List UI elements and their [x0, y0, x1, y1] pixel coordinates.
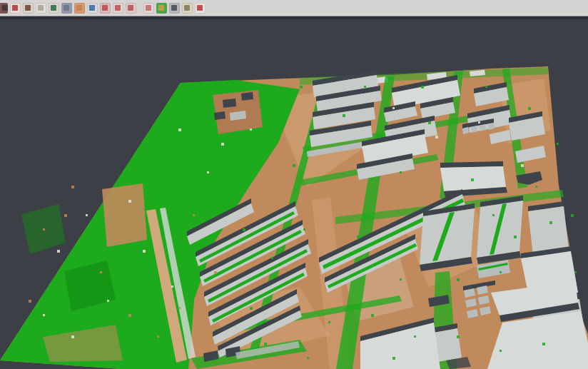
orange-speckle — [43, 228, 45, 231]
cross-section-icon[interactable] — [61, 3, 72, 14]
profile-layers-icon[interactable] — [100, 3, 111, 14]
legend-flag-icon[interactable] — [195, 3, 206, 14]
green-speckle — [303, 228, 305, 231]
green-speckle — [450, 150, 452, 152]
green-speckle — [271, 257, 273, 259]
green-speckle — [528, 107, 531, 110]
white-speckle — [435, 136, 438, 138]
green-speckle — [400, 171, 402, 173]
orange-speckle — [64, 214, 67, 217]
wh-roof — [420, 208, 475, 265]
pan-arrows-icon-glyph — [12, 5, 18, 11]
white-speckle — [250, 128, 252, 131]
green-speckle — [328, 321, 330, 323]
small-dark-roof — [223, 98, 236, 108]
green-speckle — [557, 143, 559, 145]
select-grid-icon-glyph — [146, 5, 151, 11]
white-speckle — [221, 143, 224, 146]
terrain-brown-icon[interactable] — [23, 3, 34, 14]
crop-clip-icon[interactable] — [126, 3, 136, 14]
green-speckle — [293, 164, 295, 167]
pan-arrows-icon[interactable] — [10, 3, 21, 14]
green-speckle — [343, 114, 345, 117]
terrain-brown-icon-glyph — [25, 5, 31, 11]
green-speckle — [214, 200, 216, 202]
point-cloud-icon-glyph — [38, 5, 44, 11]
white-speckle — [478, 121, 480, 123]
white-speckle — [171, 285, 173, 288]
orange-speckle — [157, 335, 159, 338]
green-speckle — [300, 86, 303, 89]
open-clipped-icon-glyph — [2, 5, 8, 11]
green-speckle — [307, 357, 309, 359]
small-dark-roof — [241, 92, 253, 101]
ortho-ground-icon[interactable] — [74, 3, 85, 14]
white-speckle — [107, 300, 109, 302]
point-cloud-icon[interactable] — [36, 3, 46, 14]
green-speckle — [542, 343, 545, 345]
green-speckle — [492, 214, 495, 216]
green-speckle — [457, 335, 460, 338]
select-grid-icon[interactable] — [143, 3, 154, 14]
white-speckle — [207, 171, 209, 173]
classification-colors-icon-glyph — [158, 5, 164, 11]
orange-speckle — [100, 271, 102, 273]
white-speckle — [43, 314, 45, 316]
green-speckle — [264, 343, 267, 345]
green-speckle — [500, 271, 502, 273]
green-speckle — [250, 307, 253, 310]
orange-speckle — [214, 271, 217, 274]
legend-flag-icon-glyph — [197, 5, 203, 11]
point-cloud-scene — [0, 19, 588, 369]
green-speckle — [371, 178, 373, 181]
green-speckle — [457, 278, 460, 281]
orange-speckle — [193, 214, 195, 216]
viewport-3d[interactable] — [0, 19, 588, 369]
green-speckle — [371, 314, 374, 317]
circle-select-icon[interactable] — [113, 3, 123, 14]
green-speckle — [421, 86, 424, 89]
white-speckle — [392, 107, 395, 109]
green-speckle — [278, 107, 280, 109]
classification-colors-icon[interactable] — [156, 3, 167, 14]
green-speckle — [414, 335, 416, 338]
small-dark-roof — [214, 111, 225, 120]
green-speckle — [357, 236, 360, 238]
orange-speckle — [71, 186, 74, 188]
white-speckle — [178, 128, 181, 131]
bare-patch — [102, 183, 147, 247]
green-speckle — [500, 350, 502, 352]
green-speckle — [574, 271, 577, 273]
profile-layers-icon-glyph — [102, 5, 108, 11]
measure-icon[interactable] — [182, 3, 193, 14]
white-speckle — [143, 250, 146, 253]
globe-3d-icon[interactable] — [87, 3, 98, 14]
toolbar — [0, 0, 588, 16]
open-clipped-icon[interactable] — [0, 3, 8, 14]
green-speckle — [514, 236, 517, 238]
green-speckle — [243, 228, 245, 231]
ortho-ground-icon-glyph — [76, 5, 82, 11]
circle-select-icon-glyph — [115, 5, 121, 11]
green-speckle — [571, 214, 574, 217]
app-window — [0, 0, 588, 369]
mesh-sphere-icon[interactable] — [169, 3, 180, 14]
green-speckle — [535, 186, 537, 188]
green-speckle — [471, 178, 474, 181]
dtm-green-icon[interactable] — [49, 3, 59, 14]
globe-3d-icon-glyph — [89, 5, 95, 11]
dtm-green-icon-glyph — [51, 5, 56, 11]
crop-clip-icon-glyph — [128, 5, 133, 11]
measure-icon-glyph — [184, 5, 190, 11]
white-speckle — [71, 335, 74, 338]
orange-speckle — [128, 314, 131, 317]
green-speckle — [549, 221, 552, 224]
green-speckle — [428, 121, 431, 124]
green-speckle — [392, 357, 395, 360]
green-speckle — [485, 86, 487, 88]
white-speckle — [128, 200, 131, 203]
mesh-sphere-icon-glyph — [171, 5, 177, 11]
white-speckle — [86, 214, 88, 216]
orange-speckle — [29, 300, 31, 303]
green-speckle — [364, 86, 366, 88]
